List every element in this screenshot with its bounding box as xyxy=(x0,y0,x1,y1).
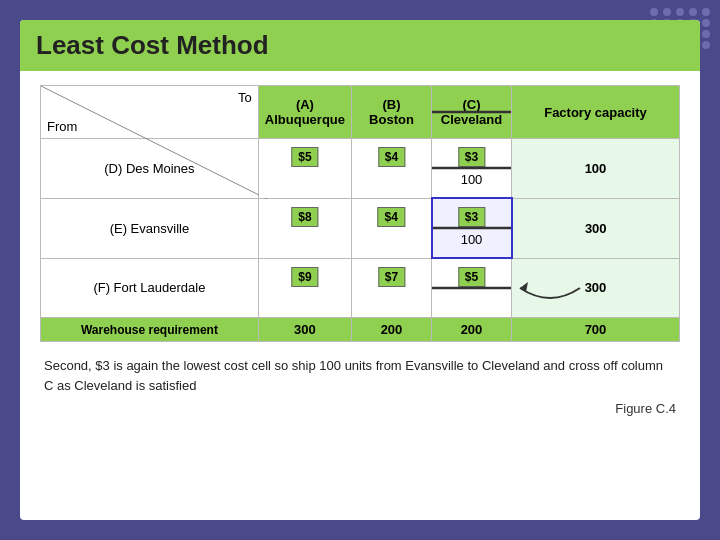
cost-badge: $4 xyxy=(378,147,405,167)
row-f-capacity: 300 xyxy=(512,258,680,318)
table-row: (F) Fort Lauderdale $9 $7 $ xyxy=(41,258,680,318)
factory-capacity-label: Factory capacity xyxy=(544,105,647,120)
from-label: From xyxy=(47,119,77,134)
warehouse-row: Warehouse requirement 300 200 200 700 xyxy=(41,318,680,342)
cost-badge: $4 xyxy=(378,207,405,227)
content-area: To From (A) Albuquerque (B) Boston (C) xyxy=(20,71,700,430)
warehouse-val-c: 200 xyxy=(432,318,512,342)
row-d-col-b: $4 xyxy=(352,139,432,199)
row-d-capacity: 100 xyxy=(512,139,680,199)
warehouse-val-a: 300 xyxy=(258,318,351,342)
cost-badge: $5 xyxy=(458,267,485,287)
cell-value: 100 xyxy=(461,232,483,247)
row-e-col-b: $4 xyxy=(352,198,432,258)
transport-table: To From (A) Albuquerque (B) Boston (C) xyxy=(40,85,680,342)
page-title: Least Cost Method xyxy=(20,20,700,71)
col-c-sub: Cleveland xyxy=(441,112,502,127)
row-e-col-c-highlighted: $3 100 xyxy=(432,198,512,258)
to-label: To xyxy=(238,90,252,105)
cost-badge: $5 xyxy=(291,147,318,167)
row-f-col-b: $7 xyxy=(352,258,432,318)
factory-capacity-header: Factory capacity xyxy=(512,86,680,139)
col-b-label: (B) xyxy=(382,97,400,112)
row-d-col-c: $3 100 xyxy=(432,139,512,199)
col-b-sub: Boston xyxy=(369,112,414,127)
col-c-label: (C) xyxy=(462,97,480,112)
col-b-header: (B) Boston xyxy=(352,86,432,139)
cost-badge: $9 xyxy=(291,267,318,287)
cost-badge: $8 xyxy=(291,207,318,227)
row-f-label: (F) Fort Lauderdale xyxy=(41,258,259,318)
cell-value: 100 xyxy=(461,172,483,187)
from-to-header: To From xyxy=(41,86,259,139)
description-text: Second, $3 is again the lowest cost cell… xyxy=(40,356,680,395)
figure-label: Figure C.4 xyxy=(40,401,680,416)
row-d-col-a: $5 xyxy=(258,139,351,199)
title-text: Least Cost Method xyxy=(36,30,269,60)
row-f-col-a: $9 xyxy=(258,258,351,318)
row-e-capacity: 300 xyxy=(512,198,680,258)
main-container: Least Cost Method To From xyxy=(20,20,700,520)
row-f-col-c: $5 xyxy=(432,258,512,318)
cost-badge: $3 xyxy=(458,207,485,227)
warehouse-label: Warehouse requirement xyxy=(41,318,259,342)
row-e-col-a: $8 xyxy=(258,198,351,258)
cost-badge: $3 xyxy=(458,147,485,167)
col-c-header: (C) Cleveland xyxy=(432,86,512,139)
warehouse-total: 700 xyxy=(512,318,680,342)
warehouse-val-b: 200 xyxy=(352,318,432,342)
cost-badge: $7 xyxy=(378,267,405,287)
